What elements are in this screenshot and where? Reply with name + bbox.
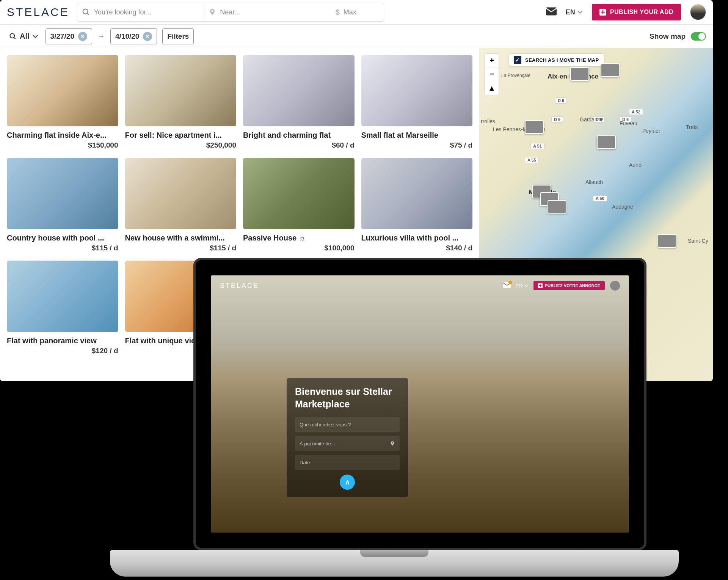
listing-title: Bright and charming flat	[243, 131, 355, 140]
listing-card[interactable]: New house with a swimmi...$115 / d	[125, 158, 237, 252]
listing-title: Charming flat inside Aix-e...	[7, 131, 118, 140]
chevron-down-icon	[524, 284, 528, 287]
listing-price: $120 / d	[7, 347, 118, 355]
laptop-publish-label: PUBLIEZ VOTRE ANNONCE	[545, 283, 600, 288]
map-city-label: Fuveau	[620, 120, 637, 126]
map-marker[interactable]	[525, 120, 544, 134]
map-city-label: Trets	[686, 124, 698, 130]
pin-icon	[209, 8, 216, 17]
svg-point-4	[10, 33, 15, 38]
date-to-label: 4/10/20	[115, 32, 139, 41]
hero-search-input[interactable]: Que recherchez-vous ?	[295, 417, 400, 432]
listing-card[interactable]: Passive House ☼$100,000	[243, 158, 355, 252]
listing-title: New house with a swimmi...	[125, 234, 237, 242]
listing-price: $115 / d	[125, 244, 237, 252]
listing-card[interactable]: Luxurious villa with pool ...$140 / d	[361, 158, 473, 252]
laptop-lang-label: FR	[516, 283, 522, 289]
category-filter[interactable]: All	[7, 32, 40, 41]
map-city-label: Saint-Cy	[688, 238, 708, 244]
svg-point-0	[83, 9, 88, 14]
compass-button[interactable]: ▲	[485, 81, 499, 95]
hero-title: Bienvenue sur Stellar Marketplace	[295, 385, 400, 410]
listing-image	[7, 261, 118, 332]
listing-image	[125, 158, 237, 229]
listing-card[interactable]: Small flat at Marseille$75 / d	[361, 55, 473, 149]
filters-label: Filters	[167, 32, 189, 41]
search-as-move-label: SEARCH AS I MOVE THE MAP	[525, 57, 599, 63]
listing-title: Luxurious villa with pool ...	[361, 234, 473, 242]
search-as-move-checkbox[interactable]: ✓ SEARCH AS I MOVE THE MAP	[509, 53, 604, 66]
chevron-down-icon	[33, 35, 38, 38]
date-to-chip[interactable]: 4/10/20 ✕	[110, 28, 157, 44]
listing-image	[243, 158, 355, 229]
listing-image	[7, 158, 118, 229]
laptop-mockup: STELACE FR PUBLIEZ VOTRE ANNONCE	[110, 258, 679, 577]
chevron-down-icon	[577, 11, 583, 14]
listing-card[interactable]: Country house with pool ...$115 / d	[7, 158, 118, 252]
map-city-label: Aubagne	[612, 204, 633, 210]
listing-card[interactable]: Flat with panoramic view$120 / d	[7, 261, 118, 355]
map-city-label: Auriol	[629, 162, 643, 168]
pin-icon	[390, 440, 395, 447]
map-road-label: D 9	[555, 97, 567, 104]
checkbox-checked-icon: ✓	[514, 56, 521, 64]
listing-card[interactable]: For sell: Nice apartment i...$250,000	[125, 55, 237, 149]
search-icon	[9, 33, 17, 40]
notification-badge	[508, 281, 512, 284]
map-city-label: Gardanne	[580, 116, 603, 123]
date-from-chip[interactable]: 3/27/20 ✕	[46, 28, 92, 44]
listing-title: For sell: Nice apartment i...	[125, 131, 237, 140]
publish-button[interactable]: PUBLISH YOUR ADD	[592, 4, 681, 20]
near-input[interactable]	[220, 8, 326, 16]
plus-icon	[538, 283, 543, 288]
language-selector[interactable]: EN	[566, 8, 583, 16]
hero-date-input[interactable]: Date	[295, 455, 400, 470]
hero-search-button[interactable]: ∧	[340, 475, 355, 490]
close-icon[interactable]: ✕	[78, 32, 87, 41]
map-road-label: A 52	[629, 109, 643, 115]
hero-near-input[interactable]: À proximité de ...	[295, 436, 400, 451]
map-marker[interactable]	[570, 67, 589, 81]
map-road-label: A 55	[525, 157, 539, 163]
listing-title: Flat with panoramic view	[7, 336, 118, 345]
listing-price: $140 / d	[361, 244, 473, 252]
hero-search-panel: Bienvenue sur Stellar Marketplace Que re…	[287, 378, 408, 497]
search-bar: $	[77, 3, 384, 22]
listing-card[interactable]: Bright and charming flat$60 / d	[243, 55, 355, 149]
listing-price: $150,000	[7, 141, 118, 149]
listing-image	[243, 55, 355, 126]
laptop-mail-button[interactable]	[503, 282, 511, 289]
map-marker[interactable]	[657, 234, 676, 248]
arrow-right-icon: →	[97, 32, 105, 41]
filters-button[interactable]: Filters	[162, 28, 194, 44]
svg-line-5	[14, 37, 16, 39]
map-marker[interactable]	[601, 63, 620, 77]
listing-card[interactable]: Charming flat inside Aix-e...$150,000	[7, 55, 118, 149]
listing-title: Country house with pool ...	[7, 234, 118, 242]
search-input[interactable]	[94, 8, 199, 16]
zoom-out-button[interactable]: −	[485, 68, 499, 81]
search-icon	[82, 8, 90, 16]
mail-button[interactable]	[546, 7, 557, 17]
map-road-label: A 50	[593, 195, 607, 201]
max-input[interactable]	[344, 8, 379, 16]
listing-image	[361, 55, 473, 126]
laptop-publish-button[interactable]: PUBLIEZ VOTRE ANNONCE	[533, 281, 605, 290]
dollar-icon: $	[336, 8, 340, 17]
listing-price: $75 / d	[361, 141, 473, 149]
zoom-in-button[interactable]: +	[485, 54, 499, 68]
show-map-toggle[interactable]	[691, 32, 706, 41]
listing-price: $250,000	[125, 141, 237, 149]
laptop-logo: STELACE	[220, 282, 259, 290]
logo[interactable]: STELACE	[7, 6, 69, 19]
map-city-label: Allauch	[585, 179, 603, 185]
avatar[interactable]	[690, 4, 706, 20]
close-icon[interactable]: ✕	[143, 32, 152, 41]
laptop-avatar[interactable]	[610, 281, 620, 291]
publish-label: PUBLISH YOUR ADD	[610, 9, 673, 16]
listing-price: $60 / d	[243, 141, 355, 149]
listing-image	[361, 158, 473, 229]
laptop-language-selector[interactable]: FR	[516, 283, 528, 289]
map-marker[interactable]	[548, 200, 566, 214]
map-marker[interactable]	[597, 135, 616, 149]
